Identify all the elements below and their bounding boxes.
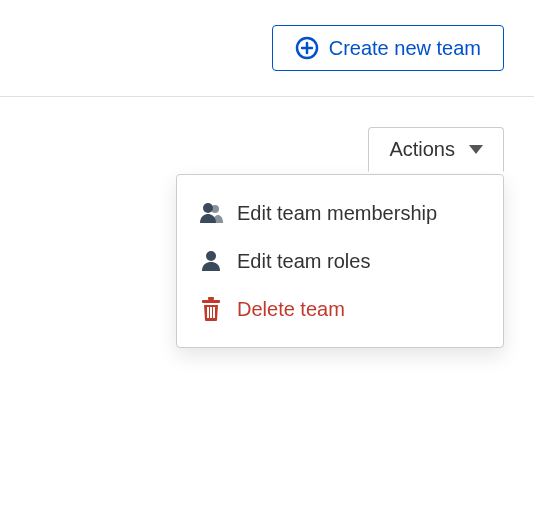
menu-item-label: Edit team membership [237,202,437,225]
svg-rect-11 [213,307,215,318]
actions-area: Actions Edit team membership [0,97,534,172]
actions-label: Actions [389,138,455,161]
svg-point-6 [206,251,216,261]
svg-point-5 [211,205,219,213]
menu-item-label: Delete team [237,298,345,321]
svg-rect-10 [210,307,212,318]
menu-item-edit-roles[interactable]: Edit team roles [177,237,503,285]
svg-rect-8 [208,297,214,300]
people-icon [199,201,223,225]
svg-rect-9 [207,307,209,318]
header-bar: Create new team [0,0,534,97]
chevron-down-icon [469,145,483,155]
svg-marker-3 [469,145,483,154]
actions-button[interactable]: Actions [368,127,504,172]
create-team-button[interactable]: Create new team [272,25,504,71]
trash-icon [199,297,223,321]
menu-item-edit-membership[interactable]: Edit team membership [177,189,503,237]
actions-dropdown: Edit team membership Edit team roles [176,174,504,348]
create-team-label: Create new team [329,37,481,60]
person-icon [199,249,223,273]
menu-item-label: Edit team roles [237,250,370,273]
plus-circle-icon [295,36,319,60]
menu-item-delete-team[interactable]: Delete team [177,285,503,333]
svg-rect-7 [202,300,220,303]
